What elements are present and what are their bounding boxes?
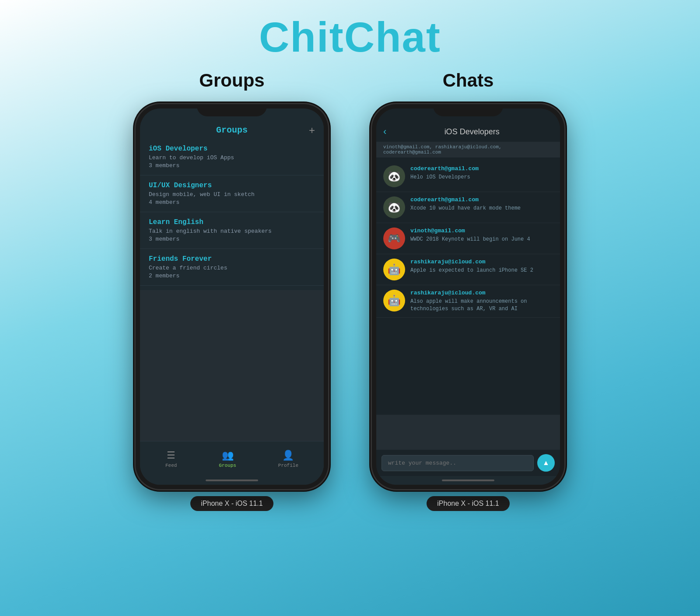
- text-1: Xcode 10 would have dark mode theme: [410, 205, 553, 212]
- chats-screen-title: iOS Developers: [391, 127, 553, 136]
- chats-section: Chats ‹ iOS Developers vinoth@gmail.com,…: [372, 70, 564, 511]
- group-name-friends: Friends Forever: [149, 255, 315, 263]
- avatar-3: 🤖: [383, 259, 405, 280]
- group-item-cyber[interactable]: Cyber Security Become a Hacker.. 4 membe…: [140, 286, 324, 290]
- avatar-2: 🎮: [383, 228, 405, 249]
- text-3: Apple is expected to launch iPhone SE 2: [410, 267, 553, 274]
- chats-phone-screen: ‹ iOS Developers vinoth@gmail.com, rashi…: [376, 108, 560, 485]
- groups-phone-screen: Groups + iOS Developers Learn to develop…: [140, 108, 324, 485]
- group-item-ios[interactable]: iOS Developers Learn to develop iOS Apps…: [140, 139, 324, 175]
- feed-icon: ☰: [167, 450, 175, 461]
- send-button[interactable]: ▲: [537, 454, 555, 472]
- page-title: ChitChat: [259, 13, 441, 61]
- message-content-2: vinoth@gmail.com WWDC 2018 Keynote will …: [410, 228, 553, 243]
- tab-groups[interactable]: 👥 Groups: [219, 450, 236, 468]
- sender-2: vinoth@gmail.com: [410, 228, 553, 234]
- message-content-0: coderearth@gmail.com Helo iOS Developers: [410, 165, 553, 181]
- groups-add-button[interactable]: +: [309, 124, 315, 136]
- sender-1: coderearth@gmail.com: [410, 196, 553, 203]
- group-item-uiux[interactable]: UI/UX Designers Design mobile, web UI in…: [140, 175, 324, 212]
- back-button[interactable]: ‹: [383, 126, 386, 137]
- text-0: Helo iOS Developers: [410, 174, 553, 181]
- message-item-0: 🐼 coderearth@gmail.com Helo iOS Develope…: [376, 161, 560, 192]
- send-icon: ▲: [542, 459, 550, 467]
- group-name-uiux: UI/UX Designers: [149, 182, 315, 189]
- tab-profile[interactable]: 👤 Profile: [278, 450, 298, 468]
- groups-notch: [197, 104, 267, 116]
- message-item-2: 🎮 vinoth@gmail.com WWDC 2018 Keynote wil…: [376, 223, 560, 254]
- chats-home-bar: [442, 480, 494, 481]
- chat-empty-area: [376, 415, 560, 450]
- chats-notch: [433, 104, 503, 116]
- groups-nav-title: Groups: [216, 125, 248, 135]
- groups-home-bar: [206, 480, 258, 481]
- group-members-ios: 3 members: [149, 162, 315, 169]
- group-item-friends[interactable]: Friends Forever Create a friend circles …: [140, 249, 324, 286]
- message-input[interactable]: [382, 455, 534, 471]
- groups-list: iOS Developers Learn to develop iOS Apps…: [140, 139, 324, 290]
- message-content-4: rashikaraju@icloud.com Also apple will m…: [410, 290, 553, 313]
- group-members-friends: 2 members: [149, 273, 315, 279]
- members-strip: vinoth@gmail.com, rashikaraju@icloud.com…: [376, 142, 560, 158]
- group-name-ios: iOS Developers: [149, 145, 315, 153]
- group-desc-uiux: Design mobile, web UI in sketch: [149, 191, 315, 198]
- message-content-1: coderearth@gmail.com Xcode 10 would have…: [410, 196, 553, 212]
- groups-phone-shell: Groups + iOS Developers Learn to develop…: [136, 104, 328, 489]
- tab-feed-label: Feed: [165, 463, 177, 468]
- sender-4: rashikaraju@icloud.com: [410, 290, 553, 296]
- chats-header: ‹ iOS Developers: [376, 122, 560, 142]
- tab-profile-label: Profile: [278, 463, 298, 468]
- groups-icon: 👥: [222, 450, 234, 461]
- group-members-english: 3 members: [149, 236, 315, 242]
- message-item-1: 🐼 coderearth@gmail.com Xcode 10 would ha…: [376, 192, 560, 223]
- message-item-3: 🤖 rashikaraju@icloud.com Apple is expect…: [376, 254, 560, 285]
- profile-icon: 👤: [282, 450, 294, 461]
- group-desc-ios: Learn to develop iOS Apps: [149, 154, 315, 161]
- group-desc-english: Talk in english with native speakers: [149, 228, 315, 234]
- groups-device-label: iPhone X - iOS 11.1: [190, 496, 273, 511]
- text-2: WWDC 2018 Keynote will begin on June 4: [410, 236, 553, 243]
- groups-tab-bar: ☰ Feed 👥 Groups 👤 Profile: [140, 441, 324, 476]
- chats-device-label: iPhone X - iOS 11.1: [427, 496, 509, 511]
- chats-home-indicator: [376, 476, 560, 485]
- text-4: Also apple will make announcements on te…: [410, 298, 553, 313]
- group-members-uiux: 4 members: [149, 199, 315, 206]
- groups-empty-area: [140, 290, 324, 441]
- message-input-area: ▲: [376, 450, 560, 476]
- tab-groups-label: Groups: [219, 463, 236, 468]
- groups-section: Groups Groups + iOS Developers Learn to …: [136, 70, 328, 511]
- phones-row: Groups Groups + iOS Developers Learn to …: [0, 70, 700, 511]
- tab-feed[interactable]: ☰ Feed: [165, 450, 177, 468]
- avatar-4: 🤖: [383, 290, 405, 312]
- chats-phone-shell: ‹ iOS Developers vinoth@gmail.com, rashi…: [372, 104, 564, 489]
- avatar-0: 🐼: [383, 165, 405, 187]
- groups-home-indicator: [140, 476, 324, 485]
- chats-heading: Chats: [443, 70, 494, 91]
- message-item-4: 🤖 rashikaraju@icloud.com Also apple will…: [376, 285, 560, 318]
- avatar-1: 🐼: [383, 196, 405, 218]
- sender-0: coderearth@gmail.com: [410, 165, 553, 172]
- sender-3: rashikaraju@icloud.com: [410, 259, 553, 265]
- group-name-english: Learn English: [149, 218, 315, 226]
- message-content-3: rashikaraju@icloud.com Apple is expected…: [410, 259, 553, 274]
- messages-list: 🐼 coderearth@gmail.com Helo iOS Develope…: [376, 158, 560, 415]
- group-desc-friends: Create a friend circles: [149, 265, 315, 271]
- group-item-english[interactable]: Learn English Talk in english with nativ…: [140, 212, 324, 249]
- groups-heading: Groups: [199, 70, 264, 91]
- groups-nav: Groups +: [140, 122, 324, 139]
